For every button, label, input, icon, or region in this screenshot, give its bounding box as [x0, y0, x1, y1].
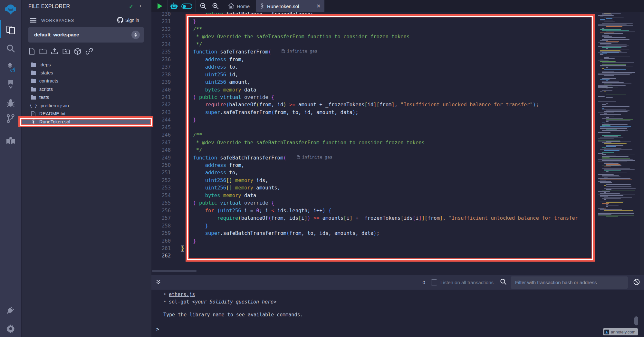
terminal-scrollbar-thumb[interactable] — [634, 316, 638, 325]
chevron-right-icon[interactable]: › — [139, 3, 141, 9]
code-line-251: address to, — [181, 169, 238, 177]
minimap-line — [606, 148, 630, 149]
minimap-line — [598, 216, 634, 216]
minimap-line — [604, 31, 613, 32]
workspace-sort-icon[interactable] — [131, 31, 140, 39]
minimap-line — [600, 66, 633, 67]
line-number: 241 — [162, 94, 171, 100]
minimap-line — [602, 135, 621, 136]
new-folder-icon[interactable] — [39, 48, 47, 57]
vertical-scrollbar[interactable] — [640, 12, 644, 275]
github-sign-in[interactable]: Sign in — [117, 17, 139, 24]
minimap-line — [600, 184, 610, 184]
minimap-line — [600, 193, 620, 194]
minimap-line — [604, 163, 619, 164]
code-line-230: return totalBalance - frozenBalance; — [181, 12, 313, 18]
settings-icon[interactable] — [0, 324, 21, 333]
workspaces-menu-icon[interactable] — [30, 18, 36, 23]
minimap-line — [606, 26, 622, 27]
minimap-line — [606, 111, 630, 111]
code-line-234: */ — [181, 41, 202, 48]
minimap-line — [598, 49, 602, 49]
tree-item-runetoken-sol[interactable]: RuneToken.sol — [22, 118, 151, 126]
tree-item--deps[interactable]: .deps — [22, 61, 151, 69]
debugger-icon[interactable] — [0, 99, 21, 108]
publish-ipfs-icon[interactable] — [74, 48, 81, 57]
tab-home[interactable]: Home — [225, 0, 253, 12]
close-tab-icon[interactable]: ✕ — [316, 3, 321, 9]
search-icon[interactable] — [0, 44, 21, 53]
new-file-icon[interactable] — [29, 48, 35, 57]
ai-toggle[interactable] — [181, 4, 192, 9]
minimap-line — [604, 46, 614, 46]
expand-terminal-icon[interactable] — [156, 279, 161, 286]
minimap-line — [604, 58, 615, 59]
code-line-255: ) public virtual override { — [181, 199, 274, 207]
tab-file-label: RuneToken.sol — [267, 4, 299, 9]
remix-logo-icon[interactable] — [0, 3, 21, 16]
minimap-line — [602, 90, 612, 91]
tree-item-contracts[interactable]: contracts — [22, 77, 151, 85]
minimap-line — [604, 152, 620, 152]
tree-item--states[interactable]: .states — [22, 69, 151, 77]
file-explorer-panel: FILE EXPLORER ✓ › WORKSPACES Sign in def… — [22, 0, 151, 337]
minimap-line — [604, 83, 631, 84]
deploy-run-icon[interactable] — [0, 80, 21, 89]
horizontal-scrollbar[interactable] — [152, 270, 197, 272]
minimap-line — [600, 180, 606, 180]
ethers-link[interactable]: ethers.js — [169, 292, 195, 297]
ai-assistant-icon[interactable] — [170, 2, 178, 11]
clear-console-icon[interactable] — [633, 278, 640, 287]
minimap-line — [602, 47, 621, 48]
minimap-line — [606, 176, 633, 177]
line-number: 237 — [162, 64, 171, 70]
minimap-line — [602, 147, 606, 148]
minimap-line — [602, 14, 612, 15]
solidity-compiler-icon[interactable] — [0, 62, 21, 72]
minimap-line — [602, 124, 628, 125]
tree-item-label: .states — [39, 70, 53, 75]
minimap-line — [600, 79, 610, 80]
terminal-link-line[interactable]: •ethers.js — [163, 291, 195, 298]
minimap-line — [604, 178, 608, 178]
code-line-256: for (uint256 i = 0; i < ids.length; i++)… — [181, 207, 332, 215]
minimap-line — [600, 20, 633, 21]
minimap-line — [600, 195, 623, 196]
link-icon[interactable] — [85, 48, 93, 57]
zoom-in-icon[interactable] — [212, 3, 219, 11]
sign-in-label: Sign in — [125, 18, 139, 23]
plugin-manager-icon[interactable] — [0, 305, 21, 315]
search-icon[interactable] — [500, 278, 507, 286]
upload-folder-icon[interactable] — [62, 48, 70, 57]
workspace-select[interactable]: default_workspace — [28, 27, 144, 43]
minimap-line — [604, 187, 615, 188]
tree-item-label: contracts — [39, 78, 58, 83]
minimap-line — [600, 127, 605, 127]
minimap-line — [602, 154, 606, 155]
zoom-out-icon[interactable] — [200, 3, 207, 11]
minimap-line — [606, 165, 621, 166]
tab-runetoken[interactable]: RuneToken.sol ✕ — [256, 0, 324, 12]
upload-file-icon[interactable] — [51, 48, 58, 57]
watermark: annotely.com — [603, 328, 638, 335]
listen-checkbox[interactable] — [431, 279, 437, 285]
run-script-button[interactable] — [157, 3, 163, 11]
minimap-line — [598, 24, 604, 25]
minimap[interactable] — [597, 12, 640, 218]
file-explorer-icon[interactable] — [0, 25, 21, 35]
minimap-line — [602, 118, 623, 119]
line-number: 244 — [162, 117, 171, 123]
git-icon[interactable] — [0, 114, 21, 123]
terminal-output[interactable]: > •ethers.js•sol-gpt <your Solidity ques… — [151, 290, 644, 337]
learneth-icon[interactable] — [0, 137, 21, 145]
minimap-line — [598, 161, 627, 162]
code-editor[interactable]: 2302312322332342352362372382392402412422… — [151, 12, 644, 275]
minimap-line — [600, 43, 611, 44]
tree-item-scripts[interactable]: scripts — [22, 85, 151, 93]
tree-item-readme-txt[interactable]: README.txt — [22, 110, 151, 118]
transaction-filter-input[interactable] — [511, 276, 628, 289]
tree-item--prettierrc-json[interactable]: { }.prettierrc.json — [22, 101, 151, 110]
line-number: 248 — [162, 147, 171, 153]
tree-item-tests[interactable]: tests — [22, 93, 151, 101]
code-line-248: */ — [181, 147, 202, 154]
